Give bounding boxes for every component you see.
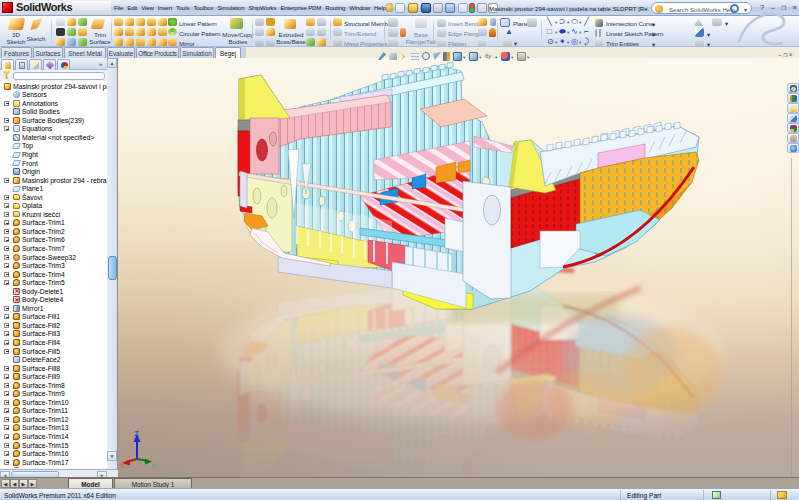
svg-text:X: X (120, 463, 125, 468)
svg-text:Z: Z (135, 430, 140, 437)
svg-text:Y: Y (151, 462, 156, 468)
